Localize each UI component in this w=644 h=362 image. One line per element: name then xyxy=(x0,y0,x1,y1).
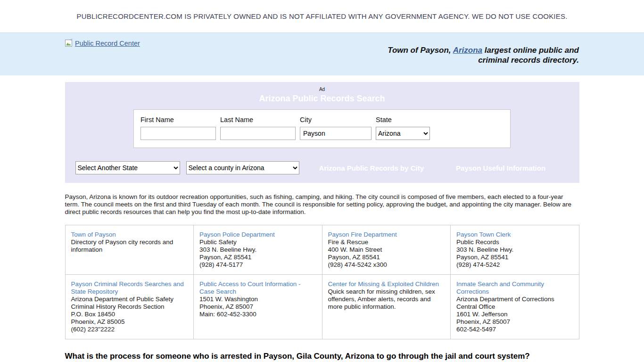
tagline-arizona-link[interactable]: Arizona xyxy=(453,46,482,55)
resource-cell-town-of-payson: Town of Payson Directory of Payson city … xyxy=(65,225,194,274)
resource-link[interactable]: Inmate Search and Community Corrections xyxy=(456,280,573,296)
resource-cell-fire-department: Payson Fire Department Fire & Rescue 400… xyxy=(322,225,451,274)
faq-question: What is the process for someone who is a… xyxy=(65,352,579,361)
last-name-input[interactable] xyxy=(220,127,296,140)
resource-link[interactable]: Public Access to Court Information - Cas… xyxy=(199,280,316,296)
ad-label: Ad xyxy=(65,87,579,92)
records-by-city-link[interactable]: Arizona Public Records by City xyxy=(319,164,424,172)
resource-link[interactable]: Center for Missing & Exploited Children xyxy=(328,280,445,288)
resource-cell-missing-children: Center for Missing & Exploited Children … xyxy=(322,274,451,339)
resource-link[interactable]: Payson Fire Department xyxy=(328,231,445,239)
useful-information-link[interactable]: Payson Useful Information xyxy=(456,164,545,172)
state-field: State Arizona xyxy=(376,116,430,140)
resource-link[interactable]: Payson Criminal Records Searches and Sta… xyxy=(71,280,188,296)
site-header: Public Record Center Town of Payson, Ari… xyxy=(0,33,644,75)
another-state-dropdown[interactable]: Select Another State xyxy=(75,161,180,174)
search-title: Arizona Public Records Search xyxy=(65,94,579,104)
disclaimer-bar: PUBLICRECORDCENTER.COM IS PRIVATELY OWNE… xyxy=(0,0,644,33)
resource-link[interactable]: Payson Police Department xyxy=(199,231,316,239)
first-name-label: First Name xyxy=(140,116,216,123)
resources-table: Town of Payson Directory of Payson city … xyxy=(65,225,579,339)
first-name-field: First Name xyxy=(140,116,216,140)
state-dropdown[interactable]: Arizona xyxy=(376,127,430,140)
broken-image-icon xyxy=(65,39,74,48)
last-name-label: Last Name xyxy=(220,116,296,123)
city-input[interactable] xyxy=(300,127,372,140)
city-label: City xyxy=(300,116,372,123)
logo-text: Public Record Center xyxy=(75,40,140,47)
resource-cell-town-clerk: Payson Town Clerk Public Records 303 N. … xyxy=(451,225,579,274)
search-panel: Ad Arizona Public Records Search First N… xyxy=(65,82,579,183)
secondary-select-row: Select Another State Select a county in … xyxy=(65,161,579,174)
resource-cell-inmate-search: Inmate Search and Community Corrections … xyxy=(451,274,579,339)
county-dropdown[interactable]: Select a county in Arizona xyxy=(186,161,299,174)
resource-link[interactable]: Town of Payson xyxy=(71,231,188,239)
resource-link[interactable]: Payson Town Clerk xyxy=(456,231,573,239)
resource-cell-police-department: Payson Police Department Public Safety 3… xyxy=(194,225,322,274)
intro-paragraph: Payson, Arizona is known for its outdoor… xyxy=(65,193,579,216)
resource-cell-criminal-records: Payson Criminal Records Searches and Sta… xyxy=(65,274,194,339)
city-field: City xyxy=(300,116,372,140)
resource-cell-court-information: Public Access to Court Information - Cas… xyxy=(194,274,322,339)
logo-link[interactable]: Public Record Center xyxy=(65,39,140,48)
first-name-input[interactable] xyxy=(140,127,216,140)
state-label: State xyxy=(376,116,430,123)
tagline-suffix: largest online public and criminal recor… xyxy=(478,46,579,65)
main-content: Ad Arizona Public Records Search First N… xyxy=(65,82,579,362)
last-name-field: Last Name xyxy=(220,116,296,140)
header-tagline: Town of Payson, Arizona largest online p… xyxy=(385,45,579,65)
resource-line: Directory of Payson city records and inf… xyxy=(71,239,188,254)
tagline-prefix: Town of Payson, xyxy=(388,46,453,55)
disclaimer-text: PUBLICRECORDCENTER.COM IS PRIVATELY OWNE… xyxy=(76,12,567,20)
search-form: First Name Last Name City State Arizona xyxy=(133,109,511,148)
